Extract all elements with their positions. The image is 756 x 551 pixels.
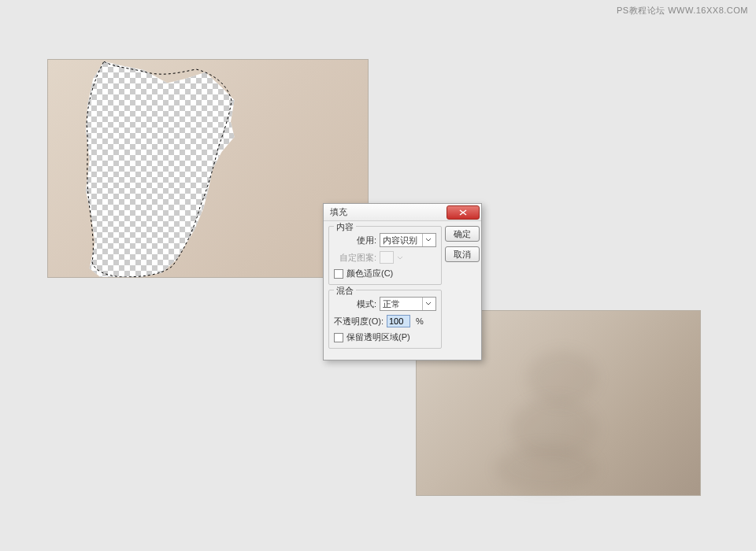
mode-label: 模式:	[334, 298, 376, 310]
fill-dialog: 填充 内容 使用: 内容识别 自定图	[323, 203, 482, 361]
mode-select-value: 正常	[383, 298, 400, 310]
ok-button[interactable]: 确定	[445, 226, 480, 242]
dialog-buttons: 确定 取消	[442, 226, 476, 353]
transparency-region	[86, 61, 267, 277]
fill-artifact	[527, 350, 598, 405]
opacity-input[interactable]	[387, 315, 410, 327]
dialog-left-panel: 内容 使用: 内容识别 自定图案:	[328, 226, 442, 353]
dialog-title: 填充	[330, 206, 347, 218]
preserve-transparency-label: 保留透明区域(P)	[346, 331, 410, 343]
use-label: 使用:	[334, 235, 376, 246]
blend-group-title: 混合	[334, 285, 356, 297]
color-adapt-checkbox[interactable]	[334, 269, 343, 279]
content-group: 内容 使用: 内容识别 自定图案:	[328, 226, 442, 285]
preserve-transparency-checkbox[interactable]	[334, 333, 343, 342]
content-group-title: 内容	[334, 221, 356, 233]
chevron-down-icon	[422, 234, 433, 246]
close-icon	[459, 209, 467, 216]
color-adapt-label: 颜色适应(C)	[346, 268, 393, 279]
fill-artifact	[495, 445, 598, 492]
transparency-checker	[86, 61, 267, 277]
blend-group: 混合 模式: 正常 不透明度(O): %	[328, 290, 442, 349]
watermark-text: PS教程论坛 WWW.16XX8.COM	[617, 5, 748, 17]
close-button[interactable]	[447, 205, 480, 220]
pattern-dropdown-arrow	[397, 253, 403, 262]
opacity-percent: %	[416, 316, 424, 326]
use-select-value: 内容识别	[383, 235, 417, 246]
dialog-body: 内容 使用: 内容识别 自定图案:	[324, 221, 481, 360]
dialog-titlebar[interactable]: 填充	[324, 204, 481, 221]
pattern-swatch	[380, 251, 394, 264]
pattern-label: 自定图案:	[334, 252, 376, 264]
cancel-button[interactable]: 取消	[445, 246, 480, 262]
mode-select[interactable]: 正常	[380, 297, 436, 311]
use-select[interactable]: 内容识别	[380, 233, 436, 247]
chevron-down-icon	[422, 298, 433, 310]
opacity-label: 不透明度(O):	[334, 316, 384, 327]
canvas-before-image	[47, 59, 369, 278]
